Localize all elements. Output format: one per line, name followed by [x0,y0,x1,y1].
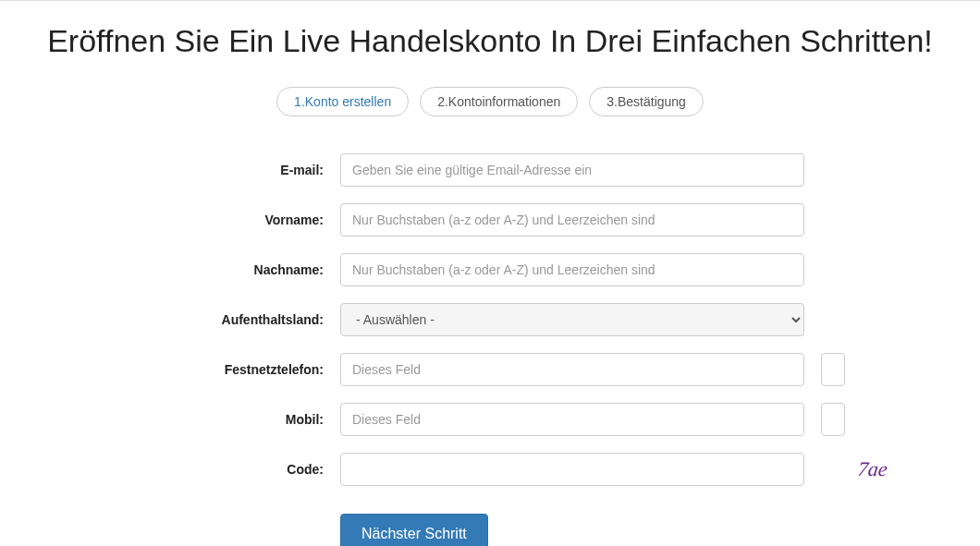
step-create-account[interactable]: 1.Konto erstellen [276,87,409,116]
page-title: Eröffnen Sie Ein Live Handelskonto In Dr… [18,23,962,59]
mobile-label: Mobil: [176,412,324,427]
captcha-text: 7ae [857,457,888,481]
mobile-number-field[interactable] [821,403,845,436]
landline-label: Festnetztelefon: [176,362,324,377]
country-select[interactable]: - Auswählen - [340,303,804,336]
step-account-info[interactable]: 2.Kontoinformationen [420,87,578,116]
firstname-label: Vorname: [176,212,324,227]
lastname-field[interactable] [340,253,804,286]
top-divider [0,0,980,1]
step-confirmation[interactable]: 3.Bestätigung [589,87,704,116]
captcha-image: 7ae [858,453,888,486]
captcha-code-field[interactable] [340,453,804,486]
email-field[interactable] [340,153,804,187]
code-label: Code: [176,462,324,477]
mobile-prefix-field[interactable] [340,403,804,436]
steps-nav: 1.Konto erstellen 2.Kontoinformationen 3… [0,87,980,116]
registration-form: E-mail: Vorname: Nachname: Aufenthaltsla… [157,153,823,546]
landline-number-field[interactable] [821,353,845,386]
country-label: Aufenthaltsland: [176,312,324,327]
next-step-button[interactable]: Nächster Schritt [340,514,488,546]
lastname-label: Nachname: [176,262,324,277]
firstname-field[interactable] [340,203,804,237]
email-label: E-mail: [176,163,324,177]
landline-prefix-field[interactable] [340,353,804,386]
